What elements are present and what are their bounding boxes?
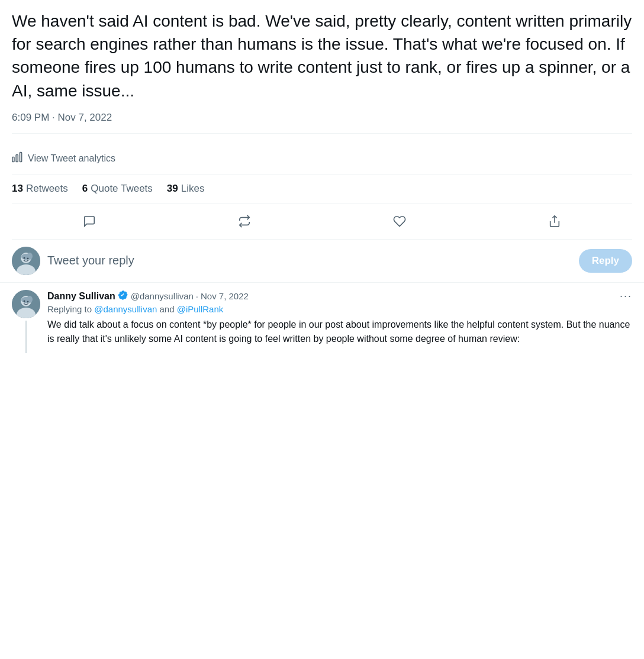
svg-point-18 — [24, 300, 25, 302]
reply-author-handle: @dannysullivan — [131, 291, 194, 301]
replies-section: Danny Sullivan @dannysullivan · Nov 7, 2… — [0, 283, 644, 360]
reply-author-name: Danny Sullivan — [47, 291, 115, 302]
reply-tweet-avatar-col — [12, 290, 40, 353]
tweet-timestamp: 6:09 PM · Nov 7, 2022 — [12, 112, 632, 134]
retweets-label: Retweets — [26, 183, 68, 195]
verified-badge-icon — [118, 290, 128, 303]
analytics-label: View Tweet analytics — [28, 153, 115, 164]
reply-author-info: Danny Sullivan @dannysullivan · Nov 7, 2… — [47, 290, 249, 303]
replying-to-handle1-link[interactable]: @dannysullivan — [94, 304, 157, 314]
reply-tweet-body: Danny Sullivan @dannysullivan · Nov 7, 2… — [47, 290, 632, 353]
svg-rect-1 — [16, 154, 18, 161]
svg-point-19 — [27, 301, 29, 302]
likes-count: 39 — [167, 183, 178, 195]
svg-point-10 — [24, 257, 25, 259]
reply-action-button[interactable] — [75, 207, 104, 235]
likes-stat[interactable]: 39 Likes — [167, 183, 205, 195]
reply-submit-button[interactable]: Reply — [579, 249, 632, 273]
reply-tweet-date: Nov 7, 2022 — [201, 291, 249, 301]
svg-point-11 — [27, 257, 29, 259]
svg-point-9 — [21, 254, 31, 260]
reply-input-placeholder[interactable]: Tweet your reply — [47, 254, 572, 267]
svg-rect-0 — [12, 157, 14, 161]
reply-compose-area: Tweet your reply Reply — [0, 240, 644, 283]
tweet-text: We haven't said AI content is bad. We've… — [12, 9, 632, 102]
reply-dot-separator: · — [196, 291, 198, 301]
replying-to-handle2-link[interactable]: @iPullRank — [177, 304, 224, 314]
retweets-stat[interactable]: 13 Retweets — [12, 183, 68, 195]
likes-label: Likes — [181, 183, 205, 195]
retweet-action-button[interactable] — [230, 207, 259, 235]
quote-tweets-label: Quote Tweets — [91, 183, 153, 195]
quote-tweets-count: 6 — [82, 183, 88, 195]
tweet-stats-row: 13 Retweets 6 Quote Tweets 39 Likes — [12, 175, 632, 203]
more-options-button[interactable]: ··· — [620, 290, 632, 302]
reply-tweet-text: We did talk about a focus on content *by… — [47, 318, 632, 346]
reply-tweet-header: Danny Sullivan @dannysullivan · Nov 7, 2… — [47, 290, 632, 303]
reply-author-avatar — [12, 290, 40, 318]
svg-rect-2 — [20, 152, 21, 161]
replying-to-label: Replying to @dannysullivan and @iPullRan… — [47, 304, 632, 314]
tweet-actions-row — [12, 203, 632, 240]
thread-line — [25, 321, 27, 353]
view-analytics-button[interactable]: View Tweet analytics — [12, 143, 632, 175]
retweets-count: 13 — [12, 183, 23, 195]
share-action-button[interactable] — [540, 207, 569, 235]
tweet-container: We haven't said AI content is bad. We've… — [0, 0, 644, 240]
like-action-button[interactable] — [385, 207, 414, 235]
reply-item: Danny Sullivan @dannysullivan · Nov 7, 2… — [12, 290, 632, 353]
quote-tweets-stat[interactable]: 6 Quote Tweets — [82, 183, 153, 195]
analytics-icon — [12, 151, 23, 166]
current-user-avatar — [12, 247, 40, 275]
svg-point-17 — [21, 297, 31, 303]
